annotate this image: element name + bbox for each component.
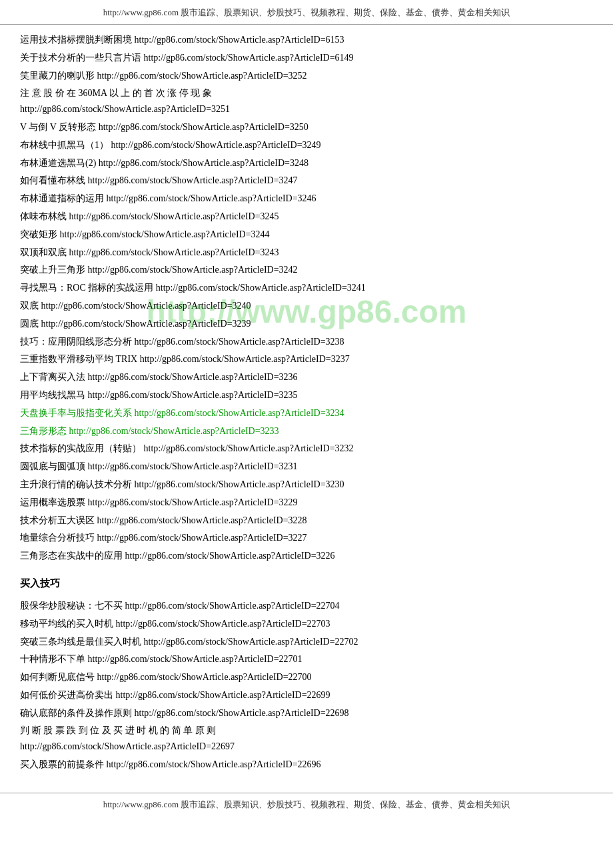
list-item: 关于技术分析的一些只言片语 http://gp86.com/stock/Show… — [20, 50, 593, 66]
article-list-1: 运用技术指标摆脱判断困境 http://gp86.com/stock/ShowA… — [20, 32, 593, 564]
list-item: 运用技术指标摆脱判断困境 http://gp86.com/stock/ShowA… — [20, 32, 593, 48]
list-item: 突破三条均线是最佳买入时机 http://gp86.com/stock/Show… — [20, 634, 593, 650]
list-item: 确认底部的条件及操作原则 http://gp86.com/stock/ShowA… — [20, 705, 593, 721]
list-item: 用平均线找黑马 http://gp86.com/stock/ShowArticl… — [20, 387, 593, 403]
article-list-2: 股保华炒股秘诀：七不买 http://gp86.com/stock/ShowAr… — [20, 598, 593, 773]
list-item: V 与倒 V 反转形态 http://gp86.com/stock/ShowAr… — [20, 119, 593, 135]
list-item: 地量综合分析技巧 http://gp86.com/stock/ShowArtic… — [20, 530, 593, 546]
list-item: 运用概率选股票 http://gp86.com/stock/ShowArticl… — [20, 495, 593, 511]
list-item: 主升浪行情的确认技术分析 http://gp86.com/stock/ShowA… — [20, 477, 593, 493]
list-item: 布林通道选黑马(2) http://gp86.com/stock/ShowArt… — [20, 155, 593, 171]
list-item: 双底 http://gp86.com/stock/ShowArticle.asp… — [20, 298, 593, 314]
header: http://www.gp86.com 股市追踪、股票知识、炒股技巧、视频教程、… — [0, 0, 613, 25]
list-item: 圆底 http://gp86.com/stock/ShowArticle.asp… — [20, 316, 593, 332]
list-item: 股保华炒股秘诀：七不买 http://gp86.com/stock/ShowAr… — [20, 598, 593, 614]
list-item: 布林线中抓黑马（1） http://gp86.com/stock/ShowArt… — [20, 137, 593, 153]
section2-title: 买入技巧 — [20, 577, 593, 590]
list-item: 突破上升三角形 http://gp86.com/stock/ShowArticl… — [20, 262, 593, 278]
list-item: 上下背离买入法 http://gp86.com/stock/ShowArticl… — [20, 369, 593, 385]
list-item: 圆弧底与圆弧顶 http://gp86.com/stock/ShowArticl… — [20, 459, 593, 475]
list-item: 如何看懂布林线 http://gp86.com/stock/ShowArticl… — [20, 173, 593, 189]
list-item: 布林通道指标的运用 http://gp86.com/stock/ShowArti… — [20, 191, 593, 207]
list-item: 技术分析五大误区 http://gp86.com/stock/ShowArtic… — [20, 513, 593, 529]
list-item: 寻找黑马：ROC 指标的实战运用 http://gp86.com/stock/S… — [20, 280, 593, 296]
list-item: 如何低价买进高价卖出 http://gp86.com/stock/ShowArt… — [20, 687, 593, 703]
header-text: http://www.gp86.com 股市追踪、股票知识、炒股技巧、视频教程、… — [103, 7, 510, 17]
list-item: 突破矩形 http://gp86.com/stock/ShowArticle.a… — [20, 227, 593, 243]
list-item: 三重指数平滑移动平均 TRIX http://gp86.com/stock/Sh… — [20, 351, 593, 367]
list-item: 天盘换手率与股指变化关系 http://gp86.com/stock/ShowA… — [20, 405, 593, 421]
list-item: 判 断 股 票 跌 到 位 及 买 进 时 机 的 简 单 原 则http://… — [20, 723, 593, 755]
list-item: 笑里藏刀的喇叭形 http://gp86.com/stock/ShowArtic… — [20, 68, 593, 84]
list-item: 体味布林线 http://gp86.com/stock/ShowArticle.… — [20, 209, 593, 225]
list-item: 三角形态在实战中的应用 http://gp86.com/stock/ShowAr… — [20, 548, 593, 564]
footer: http://www.gp86.com 股市追踪、股票知识、炒股技巧、视频教程、… — [0, 793, 613, 817]
list-item: 技术指标的实战应用（转贴） http://gp86.com/stock/Show… — [20, 441, 593, 457]
list-item: 三角形形态 http://gp86.com/stock/ShowArticle.… — [20, 423, 593, 439]
list-item: 移动平均线的买入时机 http://gp86.com/stock/ShowArt… — [20, 616, 593, 632]
list-item: 双顶和双底 http://gp86.com/stock/ShowArticle.… — [20, 245, 593, 261]
list-item: 如何判断见底信号 http://gp86.com/stock/ShowArtic… — [20, 669, 593, 685]
list-item: 十种情形不下单 http://gp86.com/stock/ShowArticl… — [20, 651, 593, 667]
footer-text: http://www.gp86.com 股市追踪、股票知识、炒股技巧、视频教程、… — [103, 799, 510, 809]
list-item: 买入股票的前提条件 http://gp86.com/stock/ShowArti… — [20, 757, 593, 773]
list-item: 技巧：应用阴阳线形态分析 http://gp86.com/stock/ShowA… — [20, 334, 593, 350]
list-item: 注 意 股 价 在 360MA 以 上 的 首 次 涨 停 现 象http://… — [20, 85, 593, 117]
